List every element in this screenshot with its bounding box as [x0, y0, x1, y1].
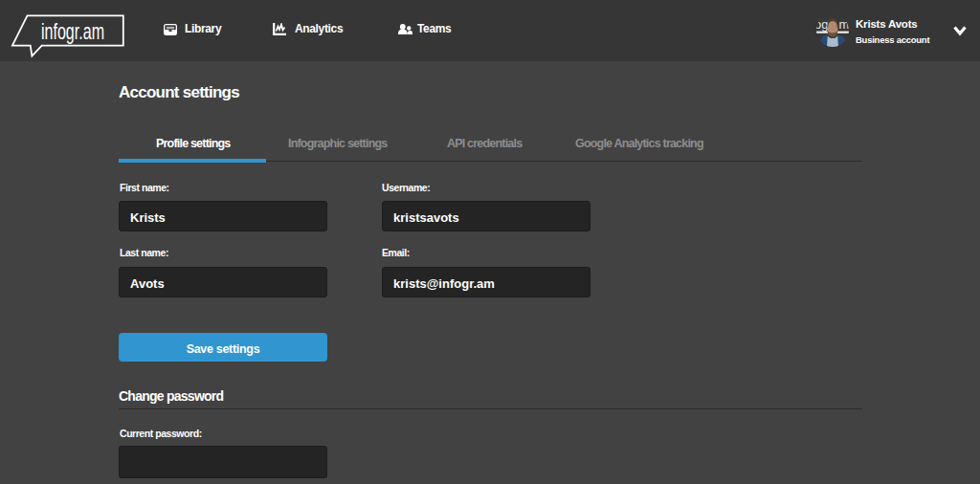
svg-text:m: m	[839, 17, 850, 32]
svg-text:og: og	[816, 17, 828, 32]
svg-text:infogr.am: infogr.am	[41, 18, 104, 44]
